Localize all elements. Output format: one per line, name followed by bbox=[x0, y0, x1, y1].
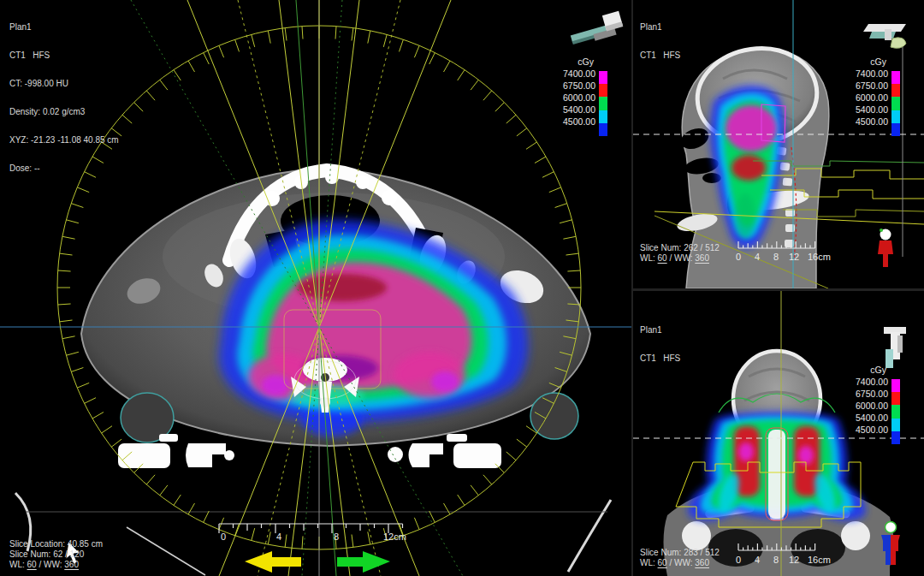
dose-unit: cGy bbox=[849, 365, 900, 376]
dose-level-values: 7400.00 6750.00 6000.00 5400.00 4500.00 bbox=[556, 68, 595, 136]
beam-3d-icon[interactable] bbox=[877, 327, 911, 370]
ruler-label: 8 bbox=[773, 252, 779, 262]
wl-label: WL: bbox=[640, 253, 655, 263]
series-name: CT1 bbox=[640, 353, 656, 363]
orientation-label: HFS bbox=[33, 50, 50, 60]
ruler-label: 8 bbox=[773, 555, 779, 565]
patient-orientation-icon bbox=[878, 229, 893, 267]
ruler-label: 12 bbox=[789, 252, 799, 262]
plan-name: Plan1 bbox=[640, 325, 680, 335]
wl-label: WL: bbox=[640, 558, 655, 567]
axial-couch-hardware bbox=[15, 434, 611, 575]
axial-status-block: Slice Location: 40.85 cm Slice Num: 62 /… bbox=[9, 539, 103, 570]
slice-num-label: Slice Num: bbox=[640, 548, 681, 557]
slice-num-label: Slice Num: bbox=[640, 243, 681, 252]
dose-value: Dose: -- bbox=[9, 163, 119, 173]
slice-num-label: Slice Num: bbox=[9, 549, 50, 559]
wl-value[interactable]: 60 bbox=[658, 558, 667, 567]
slice-num-value: 62 / 120 bbox=[53, 549, 84, 559]
ruler-label: 0 bbox=[736, 252, 741, 262]
tps-screen: 0 4 8 12cm Plan1 CT1 HFS CT: -998.00 HU … bbox=[0, 0, 924, 576]
dose-unit: cGy bbox=[849, 56, 900, 68]
ruler-label: 4 bbox=[276, 531, 281, 542]
slice-num-value: 262 / 512 bbox=[684, 243, 720, 252]
wl-label: WL: bbox=[9, 560, 25, 569]
ww-value[interactable]: 360 bbox=[695, 253, 709, 263]
ruler-label: 16cm bbox=[808, 555, 831, 565]
sagittal-viewport[interactable]: 0 4 8 12 16cm Plan1 CT1 HFS cGy bbox=[633, 0, 924, 288]
slice-location-value: 40.85 cm bbox=[68, 539, 103, 549]
dose-colorbar bbox=[599, 71, 607, 136]
slice-num-value: 283 / 512 bbox=[684, 548, 720, 557]
ww-label: WW: bbox=[44, 560, 62, 569]
ruler-label: 8 bbox=[334, 531, 339, 542]
orientation-label: HFS bbox=[663, 353, 680, 363]
dose-colorbar bbox=[891, 71, 900, 136]
slice-location-label: Slice Location: bbox=[9, 539, 65, 549]
density-value: Density: 0.02 g/cm3 bbox=[9, 107, 119, 116]
dose-legend-axial: cGy 7400.00 6750.00 6000.00 5400.00 4500… bbox=[556, 56, 607, 136]
coronal-info-block: Plan1 CT1 HFS bbox=[640, 306, 680, 382]
axial-viewport[interactable]: 0 4 8 12cm Plan1 CT1 HFS CT: -998.00 HU … bbox=[0, 0, 631, 576]
gantry-arrow-ccw bbox=[245, 551, 301, 573]
dose-level-values: 7400.00 6750.00 6000.00 5400.00 4500.00 bbox=[849, 68, 888, 136]
plan-name: Plan1 bbox=[640, 22, 680, 32]
ww-label: WW: bbox=[674, 558, 692, 567]
ruler-label: 0 bbox=[736, 555, 741, 565]
series-name: CT1 bbox=[9, 50, 26, 60]
ruler-label: 4 bbox=[755, 252, 760, 262]
plan-name: Plan1 bbox=[9, 22, 119, 32]
panel-divider-horizontal[interactable] bbox=[633, 288, 924, 291]
beam-3d-icon[interactable] bbox=[860, 17, 913, 56]
ruler-label: 12cm bbox=[383, 531, 406, 542]
sagittal-info-block: Plan1 CT1 HFS bbox=[640, 3, 680, 79]
orientation-label: HFS bbox=[663, 50, 680, 60]
ruler-label: 16cm bbox=[808, 252, 831, 262]
ww-value[interactable]: 360 bbox=[64, 560, 79, 569]
wl-value[interactable]: 60 bbox=[658, 253, 667, 263]
wl-value[interactable]: 60 bbox=[27, 560, 37, 569]
dose-level-values: 7400.00 6750.00 6000.00 5400.00 4500.00 bbox=[849, 376, 888, 444]
axial-info-block: Plan1 CT1 HFS CT: -998.00 HU Density: 0.… bbox=[9, 3, 119, 192]
ruler-label: 0 bbox=[221, 531, 226, 542]
dose-legend-sagittal: cGy 7400.00 6750.00 6000.00 5400.00 4500… bbox=[849, 56, 900, 136]
ww-value[interactable]: 360 bbox=[695, 558, 709, 567]
ct-value: CT: -998.00 HU bbox=[9, 79, 119, 88]
series-name: CT1 bbox=[640, 50, 656, 60]
ruler-label: 12 bbox=[789, 555, 799, 565]
ruler-label: 4 bbox=[755, 555, 760, 565]
coronal-dose-wash bbox=[676, 394, 866, 527]
coronal-status-block: Slice Num: 283 / 512 WL: 60 / WW: 360 bbox=[640, 548, 720, 568]
dose-unit: cGy bbox=[556, 56, 607, 68]
gantry-arrow-cw bbox=[337, 551, 390, 573]
dose-colorbar bbox=[891, 379, 900, 444]
coronal-viewport[interactable]: 0 4 8 12 16cm Plan1 CT1 HFS cGy bbox=[633, 291, 924, 576]
beam-3d-icon[interactable] bbox=[566, 7, 631, 48]
axial-ruler bbox=[219, 524, 403, 533]
dose-legend-coronal: cGy 7400.00 6750.00 6000.00 5400.00 4500… bbox=[849, 365, 900, 444]
xyz-coordinates: XYZ: -21.23 -11.08 40.85 cm bbox=[9, 135, 119, 145]
ww-label: WW: bbox=[674, 253, 692, 263]
sagittal-status-block: Slice Num: 262 / 512 WL: 60 / WW: 360 bbox=[640, 243, 720, 264]
